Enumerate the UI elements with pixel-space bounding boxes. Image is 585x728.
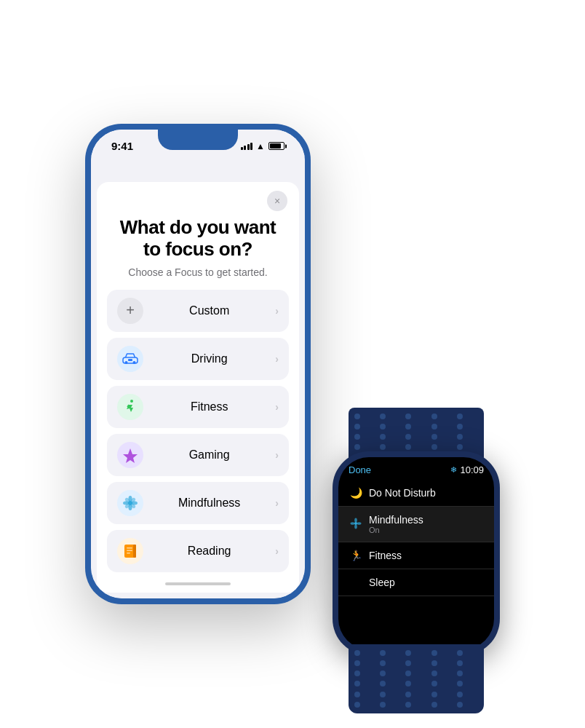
watch-band-bottom — [349, 644, 484, 713]
driving-icon — [117, 346, 143, 372]
watch-item-sleep[interactable]: 🛏 Sleep — [338, 569, 494, 596]
focus-label-gaming: Gaming — [143, 448, 275, 462]
focus-item-driving[interactable]: Driving › — [107, 338, 289, 380]
watch-list: 🌙 Do Not Disturb — [338, 480, 494, 649]
modal-title-section: What do you want to focus on? Choose a F… — [97, 211, 299, 278]
fitness-icon — [117, 394, 143, 420]
svg-rect-15 — [133, 545, 136, 558]
chevron-icon-fitness: › — [275, 401, 279, 413]
focus-label-mindfulness: Mindfulness — [143, 496, 275, 510]
svg-point-4 — [130, 400, 133, 403]
focus-label-custom: Custom — [143, 304, 275, 317]
svg-rect-18 — [127, 553, 130, 554]
close-button[interactable]: × — [267, 191, 287, 211]
scene: 9:41 ▲ × — [0, 0, 585, 728]
gaming-icon — [117, 442, 143, 468]
watch-item-content-mindfulness: Mindfulness On — [369, 514, 484, 534]
focus-item-gaming[interactable]: Gaming › — [107, 434, 289, 476]
watch-item-do-not-disturb[interactable]: 🌙 Do Not Disturb — [338, 480, 494, 507]
watch-item-content-dnd: Do Not Disturb — [369, 487, 484, 499]
watch-snowflake-icon: ❄ — [450, 465, 457, 475]
focus-list: + Custom › — [97, 278, 299, 578]
mindfulness-watch-icon — [349, 518, 363, 531]
svg-point-2 — [133, 361, 136, 364]
watch-item-title-mindfulness: Mindfulness — [369, 514, 484, 526]
svg-point-20 — [354, 518, 357, 522]
chevron-icon-mindfulness: › — [275, 497, 279, 509]
battery-icon — [268, 142, 284, 150]
status-time: 9:41 — [111, 140, 133, 152]
watch-time: 10:09 — [460, 464, 484, 475]
chevron-icon-reading: › — [275, 545, 279, 557]
svg-point-22 — [351, 522, 355, 525]
mindfulness-icon — [117, 490, 143, 516]
custom-icon: + — [117, 298, 143, 324]
chevron-icon-gaming: › — [275, 449, 279, 461]
wifi-icon: ▲ — [256, 141, 265, 151]
reading-icon — [117, 538, 143, 564]
watch-body: Done ❄ 10:09 🌙 Do Not Disturb — [333, 451, 500, 655]
svg-point-23 — [357, 522, 362, 525]
watch-item-subtitle-mindfulness: On — [369, 526, 484, 534]
chevron-icon-driving: › — [275, 353, 279, 365]
modal-subtitle: Choose a Focus to get started. — [114, 266, 282, 278]
sleep-watch-icon: 🛏 — [349, 577, 363, 588]
svg-point-21 — [354, 524, 357, 529]
fitness-watch-icon: 🏃 — [349, 550, 363, 561]
focus-label-reading: Reading — [143, 545, 275, 558]
do-not-disturb-icon: 🌙 — [349, 487, 363, 499]
svg-point-19 — [354, 522, 357, 525]
focus-item-mindfulness[interactable]: Mindfulness › — [107, 482, 289, 524]
focus-item-fitness[interactable]: Fitness › — [107, 386, 289, 428]
watch-item-title-dnd: Do Not Disturb — [369, 487, 484, 499]
svg-rect-17 — [127, 550, 132, 551]
svg-rect-3 — [128, 359, 132, 361]
signal-icon — [241, 143, 253, 150]
watch-item-title-fitness: Fitness — [369, 550, 484, 561]
watch-status-bar: Done ❄ 10:09 — [338, 457, 494, 480]
focus-label-fitness: Fitness — [143, 400, 275, 414]
status-icons: ▲ — [241, 141, 284, 151]
iphone: 9:41 ▲ × — [85, 124, 311, 604]
focus-item-custom[interactable]: + Custom › — [107, 290, 289, 332]
svg-point-1 — [125, 361, 128, 364]
watch-item-mindfulness[interactable]: Mindfulness On — [338, 507, 494, 542]
watch-screen: Done ❄ 10:09 🌙 Do Not Disturb — [338, 457, 494, 649]
notch — [158, 130, 238, 150]
focus-label-driving: Driving — [143, 352, 275, 365]
modal-title: What do you want to focus on? — [114, 217, 282, 261]
watch-item-title-sleep: Sleep — [369, 577, 484, 588]
modal-header: × — [97, 182, 299, 211]
home-indicator — [165, 582, 231, 585]
watch-time-section: ❄ 10:09 — [450, 464, 484, 475]
focus-item-reading[interactable]: Reading › — [107, 530, 289, 572]
watch-item-content-sleep: Sleep — [369, 577, 484, 588]
watch-item-content-fitness: Fitness — [369, 550, 484, 561]
modal-card: × What do you want to focus on? Choose a… — [97, 182, 299, 593]
iphone-screen: 9:41 ▲ × — [91, 130, 305, 598]
apple-watch: Done ❄ 10:09 🌙 Do Not Disturb — [333, 451, 500, 655]
watch-item-fitness[interactable]: 🏃 Fitness — [338, 542, 494, 569]
chevron-icon-custom: › — [275, 305, 279, 317]
svg-rect-16 — [127, 547, 132, 549]
watch-done-button[interactable]: Done — [349, 464, 371, 475]
